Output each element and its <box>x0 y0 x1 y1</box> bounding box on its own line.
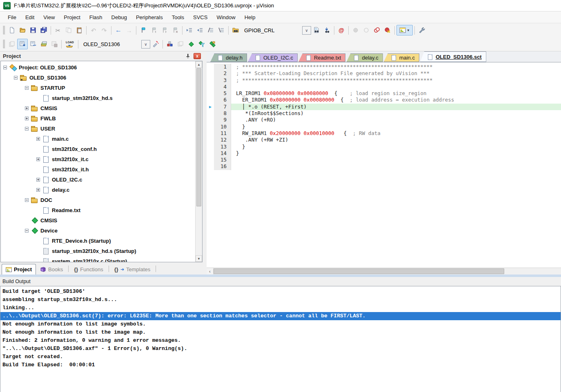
manage-project-items-button[interactable] <box>165 39 175 49</box>
code-line[interactable]: 14 } <box>207 150 561 157</box>
menu-item[interactable]: Edit <box>21 12 39 22</box>
find-in-files-button[interactable] <box>230 25 241 35</box>
manage-rte-button[interactable] <box>186 39 196 49</box>
save-button[interactable] <box>28 25 38 35</box>
menu-item[interactable]: File <box>3 12 21 22</box>
rebuild-button[interactable] <box>28 39 38 49</box>
configure-button[interactable] <box>416 25 427 35</box>
code-editor[interactable]: 1 ; ************************************… <box>207 62 561 268</box>
target-combo-dropdown-button[interactable]: ∨ <box>141 40 150 49</box>
tree-item[interactable]: RTE_Device.h (Startup) <box>1 236 195 246</box>
paste-button[interactable] <box>74 25 85 35</box>
tree-item[interactable]: Project: OLED_SD1306 <box>1 62 195 73</box>
new-file-button[interactable] <box>7 25 17 35</box>
toolbar-drag-handle[interactable] <box>3 40 5 49</box>
prev-bookmark-button[interactable] <box>149 25 159 35</box>
pack-installer-button[interactable] <box>207 39 218 49</box>
tree-expander[interactable] <box>36 188 40 192</box>
scrollbar-thumb[interactable] <box>196 68 201 206</box>
tree-item[interactable]: CMSIS <box>1 215 195 226</box>
tree-item[interactable]: startup_stm32f10x_hd.s (Startup) <box>1 246 195 256</box>
disable-all-breakpoints-button[interactable] <box>372 25 382 35</box>
target-combo[interactable]: OLED_SD1306 ∨ <box>80 40 150 49</box>
menu-item[interactable]: SVCS <box>189 12 212 22</box>
tree-item[interactable]: delay.c <box>1 185 195 195</box>
find-combo[interactable]: GPIOB_CRL ∨ <box>241 26 311 35</box>
stop-build-button[interactable] <box>49 39 60 49</box>
enable-breakpoint-button[interactable] <box>361 25 372 35</box>
menu-item[interactable]: Peripherals <box>131 12 167 22</box>
find-combo-dropdown-button[interactable]: ∨ <box>302 26 311 35</box>
editor-tab[interactable]: main.c <box>384 53 419 62</box>
select-packs-button[interactable] <box>196 39 207 49</box>
tree-item[interactable]: Device <box>1 226 195 236</box>
code-line[interactable]: 6 ER_IROM1 0x08000000 0x00080000 { ; loa… <box>207 97 561 103</box>
download-button[interactable]: LOAD <box>63 39 76 49</box>
tree-item[interactable]: OLED_SD1306 <box>1 73 195 83</box>
pin-button[interactable] <box>185 53 191 59</box>
tree-item[interactable]: FWLB <box>1 113 195 124</box>
code-line[interactable]: 5 LR_IROM1 0x08000000 0x00080000 { ; loa… <box>207 90 561 97</box>
tab-templates[interactable]: {}➜ Templates <box>111 264 154 275</box>
tree-item[interactable]: stm32f10x_conf.h <box>1 144 195 154</box>
editor-tab[interactable]: delay.h <box>210 53 247 62</box>
tab-books[interactable]: Books <box>36 264 67 275</box>
kill-all-breakpoints-button[interactable] <box>382 25 393 35</box>
tree-item[interactable]: stm32f10x_it.c <box>1 154 195 164</box>
tree-expander[interactable] <box>25 117 29 120</box>
tree-expander[interactable] <box>36 178 40 182</box>
code-line[interactable]: 2 ; *** Scatter-Loading Description File… <box>207 70 561 77</box>
scroll-down-button[interactable]: ▼ <box>196 255 202 262</box>
code-line[interactable]: 13 } <box>207 144 561 150</box>
project-tree-scrollbar[interactable]: ▲ ▼ <box>195 61 202 262</box>
editor-tab[interactable]: OLED_SD1306.sct <box>420 51 486 62</box>
target-options-button[interactable] <box>150 39 161 49</box>
indent-button[interactable] <box>195 25 205 35</box>
code-line[interactable]: 8 *(InRoot$$Sections) <box>207 110 561 117</box>
tree-item[interactable]: DOC <box>1 195 195 205</box>
code-line[interactable]: 3 ; ************************************… <box>207 77 561 84</box>
tree-item[interactable]: OLED_I2C.c <box>1 175 195 185</box>
project-windows-button[interactable]: ▼ <box>396 25 413 35</box>
menu-item[interactable]: Flash <box>85 12 107 22</box>
uncomment-selection-button[interactable] <box>216 25 227 35</box>
menu-item[interactable]: Help <box>240 12 260 22</box>
code-line[interactable]: 15 <box>207 157 561 163</box>
editor-horizontal-scrollbar[interactable]: ‹ <box>207 268 561 275</box>
clear-bookmarks-button[interactable] <box>170 25 180 35</box>
insert-breakpoint-button[interactable] <box>350 25 361 35</box>
scrollbar-thumb[interactable] <box>214 268 504 274</box>
tree-item[interactable]: STARTUP <box>1 83 195 93</box>
tree-expander[interactable] <box>25 229 29 233</box>
next-bookmark-button[interactable] <box>159 25 170 35</box>
navigate-forward-button[interactable]: → <box>124 25 134 35</box>
code-line[interactable]: 11 RW_IRAM1 0x20000000 0x00010000 { ; RW… <box>207 130 561 137</box>
editor-tab[interactable]: delay.c <box>346 53 383 62</box>
tree-item[interactable]: startup_stm32f10x_hd.s <box>1 93 195 103</box>
comment-selection-button[interactable] <box>205 25 216 35</box>
menu-item[interactable]: Project <box>59 12 85 22</box>
save-all-button[interactable] <box>38 25 49 35</box>
editor-tab[interactable]: Readme.txt <box>298 53 345 62</box>
menu-item[interactable]: Window <box>212 12 240 22</box>
redo-button[interactable]: ↷ <box>99 25 109 35</box>
copy-button[interactable] <box>63 25 74 35</box>
tree-expander[interactable] <box>25 127 29 131</box>
scrollbar-track[interactable] <box>196 207 202 255</box>
tab-project[interactable]: Project <box>2 264 36 275</box>
tree-expander[interactable] <box>36 157 40 161</box>
toolbar-drag-handle[interactable] <box>3 26 5 35</box>
tree-item[interactable]: system_stm32f10x.c (Startup) <box>1 256 195 262</box>
tree-expander[interactable] <box>25 106 29 110</box>
menu-item[interactable]: Debug <box>107 12 131 22</box>
build-output-log[interactable]: Build target 'OLED_SD1306' assembling st… <box>0 286 561 392</box>
tab-functions[interactable]: {} Functions <box>70 264 107 275</box>
tree-expander[interactable] <box>3 66 7 69</box>
tree-item[interactable]: stm32f10x_it.h <box>1 164 195 175</box>
tree-expander[interactable] <box>36 137 40 141</box>
build-button[interactable] <box>17 39 28 49</box>
close-panel-button[interactable]: x <box>194 53 201 59</box>
code-line[interactable]: 1 ; ************************************… <box>207 64 561 70</box>
unindent-button[interactable] <box>184 25 195 35</box>
toggle-bookmark-button[interactable] <box>138 25 149 35</box>
